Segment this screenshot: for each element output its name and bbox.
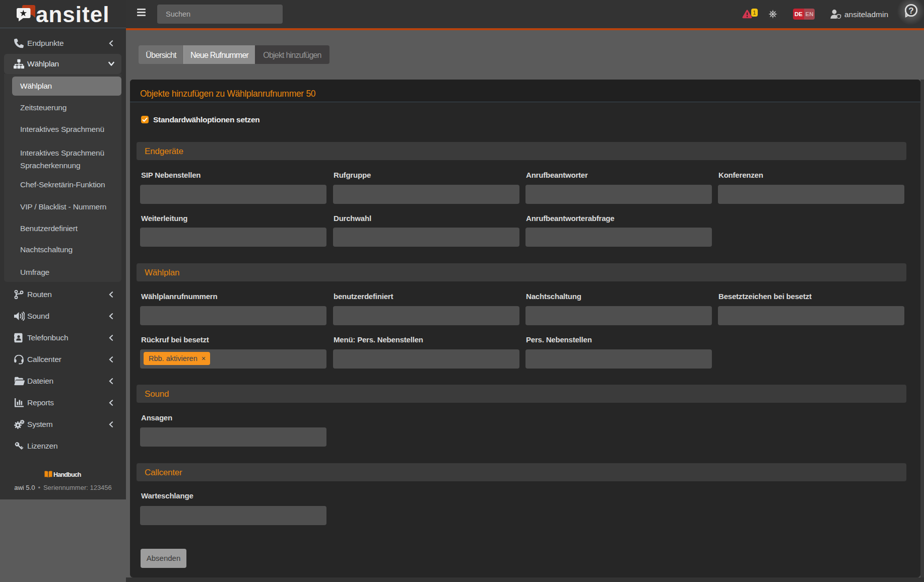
svg-text:?: ? [908, 6, 913, 16]
